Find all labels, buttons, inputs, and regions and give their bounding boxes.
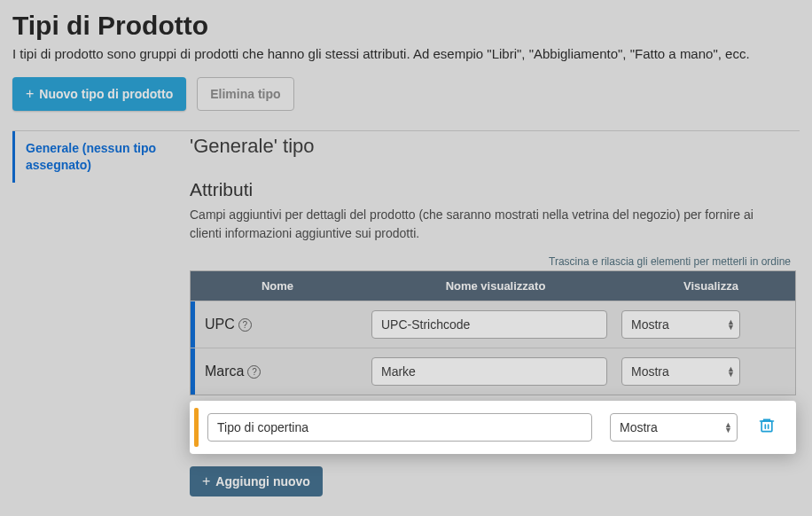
attributes-heading: Attributi: [190, 179, 796, 200]
page-subtitle: I tipi di prodotto sono gruppi di prodot…: [12, 46, 800, 61]
plus-icon: +: [26, 87, 34, 101]
display-name-input[interactable]: [371, 310, 607, 339]
display-name-input[interactable]: [371, 357, 607, 386]
table-row[interactable]: UPC ? Mostra ▲▼: [191, 301, 795, 348]
attributes-description: Campi aggiuntivi per dettagli del prodot…: [190, 206, 757, 243]
show-select[interactable]: Mostra: [621, 357, 740, 386]
show-select[interactable]: Mostra: [621, 310, 740, 339]
new-product-type-button[interactable]: + Nuovo tipo di prodotto: [12, 77, 186, 111]
new-product-type-label: Nuovo tipo di prodotto: [39, 87, 173, 101]
new-attribute-row: Mostra ▲▼: [190, 401, 796, 454]
help-icon[interactable]: ?: [247, 365, 261, 379]
attribute-name: UPC: [205, 317, 235, 332]
attributes-table: Nome Nome visualizzato Visualizza UPC ?: [190, 270, 796, 395]
add-new-label: Aggiungi nuovo: [215, 474, 310, 489]
column-name: Nome: [191, 271, 364, 301]
column-show: Visualizza: [627, 271, 795, 301]
delete-type-label: Elimina tipo: [210, 87, 280, 101]
table-row[interactable]: Marca ? Mostra ▲▼: [191, 348, 795, 395]
sidebar-item-label: Generale (nessun tipo assegnato): [26, 141, 156, 172]
page-title: Tipi di Prodotto: [12, 11, 800, 41]
column-display-name: Nome visualizzato: [364, 271, 627, 301]
trash-icon[interactable]: [758, 422, 776, 437]
add-new-attribute-button[interactable]: + Aggiungi nuovo: [190, 466, 323, 496]
delete-type-button[interactable]: Elimina tipo: [197, 77, 293, 111]
type-sidebar: Generale (nessun tipo assegnato): [12, 131, 186, 505]
plus-icon: +: [202, 474, 210, 489]
type-title: 'Generale' tipo: [190, 135, 796, 158]
new-attribute-show-select[interactable]: Mostra: [610, 413, 738, 442]
drag-hint: Trascina e rilascia gli elementi per met…: [190, 255, 796, 268]
svg-rect-0: [761, 421, 772, 432]
help-icon[interactable]: ?: [238, 318, 252, 332]
sidebar-item-generale[interactable]: Generale (nessun tipo assegnato): [12, 131, 186, 183]
attribute-name: Marca: [205, 364, 244, 379]
new-attribute-name-input[interactable]: [207, 413, 592, 442]
